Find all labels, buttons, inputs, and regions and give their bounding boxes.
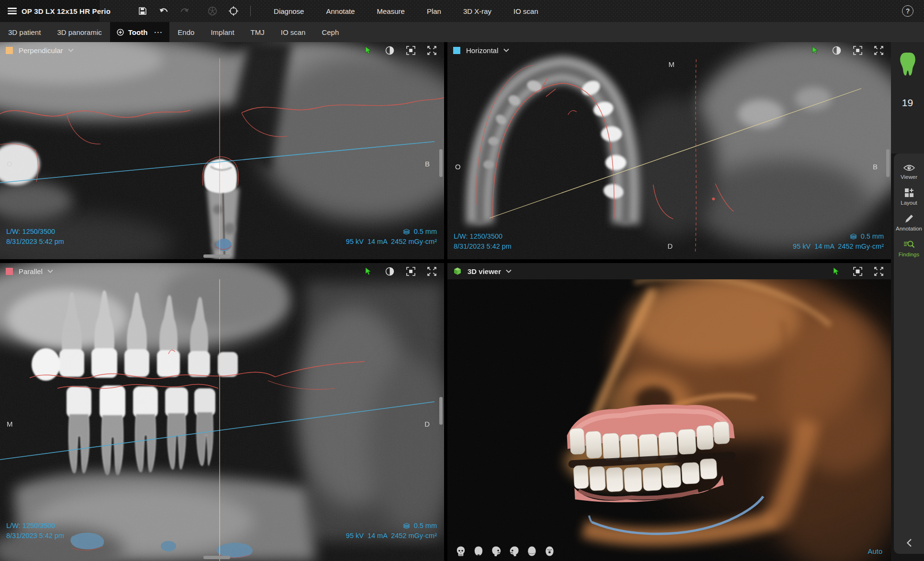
fit-view-button[interactable] (406, 45, 415, 55)
crosshair-tool-button[interactable] (228, 6, 239, 16)
circle-plus-icon (117, 29, 124, 36)
view-selector-parallel[interactable]: Parallel (19, 267, 53, 275)
redo-icon (180, 7, 189, 15)
slice-thickness-icon (849, 233, 857, 240)
snapshot-button[interactable] (207, 6, 218, 16)
skull-bottom-view-button[interactable] (544, 545, 555, 557)
viewport-tools (811, 45, 885, 55)
skull-left-profile-button[interactable] (508, 545, 520, 557)
orientation-label-o: O (455, 163, 461, 171)
scan-datetime: 8/31/2023 5:42 pm (6, 531, 64, 541)
toolbar-divider (250, 6, 251, 16)
help-button[interactable]: ? (902, 5, 913, 17)
orientation-label-m: M (668, 60, 675, 68)
expand-icon (427, 46, 436, 55)
ct-image-horizontal[interactable] (447, 42, 891, 259)
skull-left-profile-icon (509, 546, 519, 557)
pencil-icon (904, 213, 914, 224)
skull-front-icon (456, 546, 466, 557)
chevron-down-icon (506, 269, 512, 273)
viewport-header-3d: 3D viewer (447, 263, 891, 279)
view-selector-3d[interactable]: 3D viewer (468, 267, 512, 275)
workspace-tab-bar: 3D patient 3D panoramic Tooth ··· Endo I… (0, 22, 924, 42)
cube-3d-icon (453, 267, 462, 275)
tab-endo[interactable]: Endo (169, 22, 202, 42)
tab-tmj[interactable]: TMJ (243, 22, 273, 42)
pointer-tool-button[interactable] (832, 266, 841, 276)
redo-button[interactable] (179, 6, 190, 16)
contrast-button[interactable] (385, 45, 394, 55)
ct-image-parallel[interactable] (0, 263, 444, 561)
slice-scrollbar-vertical[interactable] (439, 149, 443, 177)
contrast-button[interactable] (385, 266, 394, 276)
tab-ceph[interactable]: Ceph (313, 22, 347, 42)
tab-io-scan[interactable]: IO scan (273, 22, 314, 42)
camera-shutter-icon (208, 6, 217, 16)
expand-icon (874, 46, 883, 55)
hamburger-menu-icon[interactable] (8, 8, 17, 14)
fit-icon (406, 46, 415, 55)
expand-icon (874, 267, 883, 276)
slice-color-swatch (6, 268, 13, 275)
fit-view-button[interactable] (853, 45, 862, 55)
eye-icon (903, 164, 915, 172)
slice-scrollbar-horizontal[interactable] (203, 254, 230, 258)
contrast-icon (385, 267, 394, 276)
skull-top-view-button[interactable] (526, 545, 537, 557)
cursor-icon (365, 267, 372, 275)
fullscreen-button[interactable] (874, 45, 883, 55)
exposure-values: 95 kV 14 mA 2452 mGy·cm² (346, 531, 437, 541)
menu-item-plan[interactable]: Plan (427, 7, 441, 15)
fit-view-button[interactable] (853, 266, 862, 276)
slice-color-swatch (6, 47, 13, 54)
tab-tooth[interactable]: Tooth ··· (110, 22, 170, 42)
undo-icon (159, 7, 168, 15)
fullscreen-button[interactable] (427, 45, 436, 55)
tab-overflow-menu[interactable]: ··· (154, 28, 163, 36)
skull-front-view-button[interactable] (455, 545, 467, 557)
fullscreen-button[interactable] (874, 266, 883, 276)
fit-icon (853, 46, 862, 55)
menu-item-io-scan[interactable]: IO scan (513, 7, 538, 15)
findings-search-icon (903, 239, 915, 250)
slice-scrollbar-horizontal[interactable] (203, 556, 230, 559)
topbar-toolbar (137, 6, 239, 16)
pointer-tool-button[interactable] (364, 266, 373, 276)
skull-back-view-button[interactable] (473, 545, 484, 557)
viewport-header-horizontal: Horizontal (447, 42, 891, 58)
contrast-button[interactable] (832, 45, 841, 55)
contrast-icon (832, 46, 841, 55)
sidebar-item-viewer[interactable]: Viewer (894, 160, 924, 184)
slice-scrollbar-vertical[interactable] (886, 149, 890, 177)
viewport-grid: Perpendicular (0, 42, 924, 561)
slice-scrollbar-vertical[interactable] (439, 397, 443, 425)
fullscreen-button[interactable] (427, 266, 436, 276)
auto-render-mode[interactable]: Auto (868, 547, 882, 555)
volume-render-3d[interactable] (447, 263, 891, 561)
viewport-horizontal: Horizontal (447, 42, 891, 259)
sidebar-item-layout[interactable]: Layout (894, 184, 924, 210)
fit-view-button[interactable] (406, 266, 415, 276)
menu-item-3d-xray[interactable]: 3D X-ray (463, 7, 491, 15)
view-selector-horizontal[interactable]: Horizontal (466, 46, 509, 55)
undo-button[interactable] (158, 6, 169, 16)
tab-implant[interactable]: Implant (202, 22, 242, 42)
window-level-value: L/W: 1250/3500 (6, 521, 64, 531)
tab-3d-panoramic[interactable]: 3D panoramic (49, 22, 110, 42)
sidebar-item-findings[interactable]: Findings (894, 236, 924, 262)
save-button[interactable] (137, 6, 148, 16)
collapse-panel-button[interactable] (906, 539, 912, 547)
view-selector-perpendicular[interactable]: Perpendicular (19, 46, 74, 55)
menu-item-annotate[interactable]: Annotate (326, 7, 355, 15)
viewport-parallel: Parallel (0, 263, 444, 561)
skull-right-profile-button[interactable] (490, 545, 502, 557)
pointer-tool-button[interactable] (811, 45, 820, 55)
tab-3d-patient[interactable]: 3D patient (0, 22, 49, 42)
pointer-tool-button[interactable] (364, 45, 373, 55)
expand-icon (427, 267, 436, 276)
menu-item-diagnose[interactable]: Diagnose (274, 7, 304, 15)
menu-item-measure[interactable]: Measure (377, 7, 405, 15)
orientation-label-b: B (425, 160, 430, 168)
sidebar-item-annotation[interactable]: Annotation (894, 210, 924, 236)
viewport-header-perpendicular: Perpendicular (0, 42, 444, 58)
